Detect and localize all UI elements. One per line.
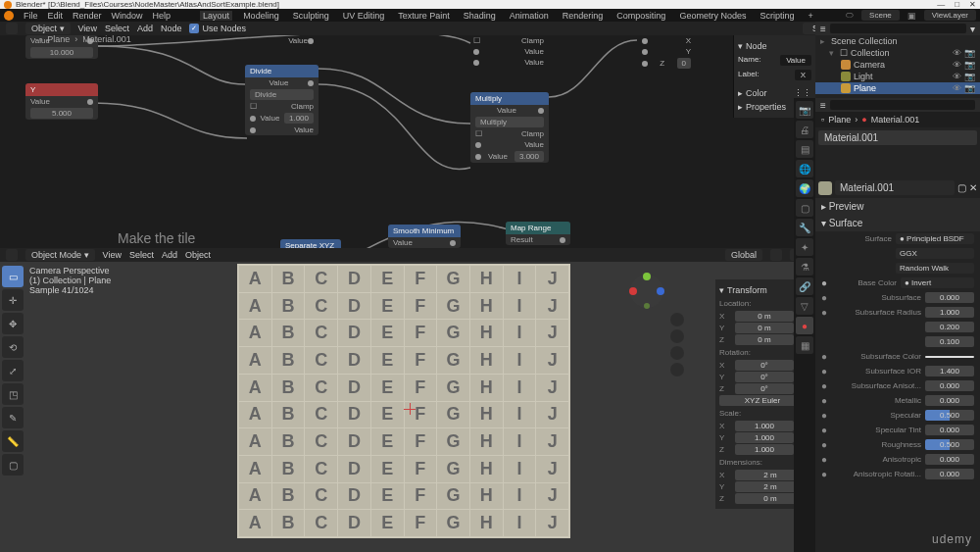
rot-z[interactable]: 0° [735, 383, 794, 394]
sscolor[interactable] [925, 356, 974, 358]
node-color-header[interactable]: Color [746, 88, 767, 98]
prop-tab-world[interactable]: 🌍 [796, 179, 813, 197]
tool-add-primitive[interactable]: ▢ [2, 454, 24, 476]
node-menu-node[interactable]: Node [161, 24, 182, 33]
vp-mode-dropdown[interactable]: Object Mode ▾ [25, 249, 95, 261]
roughness[interactable]: 0.500 [925, 439, 974, 450]
breadcrumb-mat[interactable]: Material.001 [82, 35, 131, 44]
loc-z[interactable]: 0 m [735, 334, 794, 345]
outliner-type-icon[interactable]: ≡ [820, 24, 826, 34]
render-icon[interactable]: 📷 [964, 48, 975, 58]
surface-shader-dropdown[interactable]: ● Principled BSDF [896, 233, 974, 244]
visibility-icon[interactable]: 👁 [953, 48, 961, 58]
mode-dropdown[interactable]: Object ▾ [25, 23, 71, 34]
editor-type-icon[interactable] [6, 23, 18, 34]
prop-tab-scene[interactable]: 🌐 [796, 160, 813, 177]
material-preview-swatch[interactable] [818, 181, 832, 195]
tab-compositing[interactable]: Compositing [613, 11, 668, 21]
filter-icon[interactable]: ▾ [970, 24, 975, 34]
tab-uv[interactable]: UV Editing [340, 11, 388, 21]
stint[interactable]: 0.000 [925, 425, 974, 435]
tab-texture[interactable]: Texture Paint [395, 11, 453, 21]
prop-tab-data[interactable]: ▽ [796, 297, 813, 315]
prop-tab-viewlayer[interactable]: ▤ [796, 140, 813, 158]
menu-window[interactable]: Window [112, 11, 143, 21]
plane-row[interactable]: Plane 👁📷 [815, 82, 980, 94]
tool-measure[interactable]: 📏 [2, 430, 24, 452]
scene-field[interactable]: Scene [861, 10, 900, 21]
prop-tab-object[interactable]: ▢ [796, 199, 813, 217]
basecolor-link[interactable]: ● Invert [901, 277, 974, 288]
rot-x[interactable]: 0° [735, 360, 794, 371]
close-button[interactable]: ✕ [969, 0, 976, 9]
prop-tab-particle[interactable]: ✦ [796, 238, 813, 256]
layer-icon[interactable]: ▣ [907, 11, 916, 21]
prop-tab-render[interactable]: 📷 [796, 101, 813, 119]
props-search[interactable] [830, 100, 975, 110]
prop-tab-constraint[interactable]: 🔗 [796, 277, 813, 295]
mat-unlink-icon[interactable]: ✕ [969, 182, 977, 193]
node-menu-select[interactable]: Select [105, 24, 129, 33]
menu-file[interactable]: File [24, 11, 38, 21]
nav-pan-icon[interactable] [670, 329, 684, 343]
minimize-button[interactable]: — [937, 0, 945, 9]
node-name-field[interactable]: Value [780, 55, 811, 66]
tool-select[interactable]: ▭ [2, 266, 24, 287]
tab-geonodes[interactable]: Geometry Nodes [676, 11, 749, 21]
tool-move[interactable]: ✥ [2, 313, 24, 334]
tab-animation[interactable]: Animation [507, 11, 552, 21]
nav-camera-icon[interactable] [670, 346, 684, 360]
use-nodes-checkbox[interactable]: ✓ Use Nodes [189, 24, 246, 33]
node-map-range[interactable]: Map Range Result [506, 222, 570, 245]
blender-logo-icon[interactable] [4, 11, 14, 21]
node-value-y[interactable]: Y Value 5.000 [25, 83, 98, 120]
node-smooth-min[interactable]: Smooth Minimum Value [388, 225, 461, 248]
node-multiply[interactable]: Multiply Value Multiply ☐Clamp Value Val… [470, 92, 549, 163]
node-y-value[interactable]: 5.000 [30, 108, 93, 119]
prop-tab-texture[interactable]: ▦ [796, 336, 813, 354]
aniso[interactable]: 0.000 [925, 454, 974, 465]
orientation-dropdown[interactable]: Global [725, 249, 762, 261]
anisor[interactable]: 0.000 [925, 469, 974, 479]
vp-menu-add[interactable]: Add [162, 250, 177, 260]
tab-add-workspace[interactable]: + [805, 11, 815, 21]
ggx-dropdown[interactable]: GGX [896, 248, 974, 259]
scene-collection-row[interactable]: ▸Scene Collection [815, 35, 980, 47]
vp-menu-view[interactable]: View [103, 250, 122, 260]
ssaniso[interactable]: 0.000 [925, 380, 974, 391]
collection-row[interactable]: ▾☐Collection 👁📷 [815, 47, 980, 59]
ssr2[interactable]: 0.200 [925, 322, 974, 332]
prop-tab-physics[interactable]: ⚗ [796, 258, 813, 276]
tab-scripting[interactable]: Scripting [757, 11, 797, 21]
nav-persp-icon[interactable] [670, 363, 684, 376]
surface-section[interactable]: ▾ Surface [815, 215, 980, 231]
vp-menu-select[interactable]: Select [129, 250, 154, 260]
loc-y[interactable]: 0 m [735, 323, 794, 333]
prop-tab-modifier[interactable]: 🔧 [796, 219, 813, 236]
tab-rendering[interactable]: Rendering [560, 11, 607, 21]
maximize-button[interactable]: □ [955, 0, 959, 9]
scl-z[interactable]: 1.000 [735, 444, 794, 455]
editor-type-icon[interactable] [6, 249, 18, 261]
divide-op-dropdown[interactable]: Divide [250, 89, 314, 100]
props-type-icon[interactable]: ≡ [820, 100, 826, 111]
tab-shading[interactable]: Shading [461, 11, 499, 21]
scene-icon[interactable]: ⬭ [846, 10, 854, 21]
vp-menu-object[interactable]: Object [185, 250, 211, 260]
prop-tab-output[interactable]: 🖨 [796, 121, 813, 138]
specular[interactable]: 0.500 [925, 410, 974, 421]
tool-rotate[interactable]: ⟲ [2, 336, 24, 358]
preview-section[interactable]: ▸ Preview [815, 198, 980, 215]
light-row[interactable]: Light 👁📷 [815, 71, 980, 82]
nav-gizmo[interactable] [627, 272, 666, 311]
randomwalk-dropdown[interactable]: Random Walk [896, 263, 974, 274]
multiply-op-dropdown[interactable]: Multiply [475, 117, 544, 127]
loc-x[interactable]: 0 m [735, 311, 794, 322]
metallic[interactable]: 0.000 [925, 395, 974, 406]
prop-tab-material[interactable]: ● [796, 317, 813, 334]
rot-y[interactable]: 0° [735, 372, 794, 382]
transform-header[interactable]: Transform [727, 285, 767, 295]
nav-zoom-icon[interactable] [670, 313, 684, 326]
tool-transform[interactable]: ◳ [2, 383, 24, 405]
outliner-search[interactable] [830, 24, 966, 33]
